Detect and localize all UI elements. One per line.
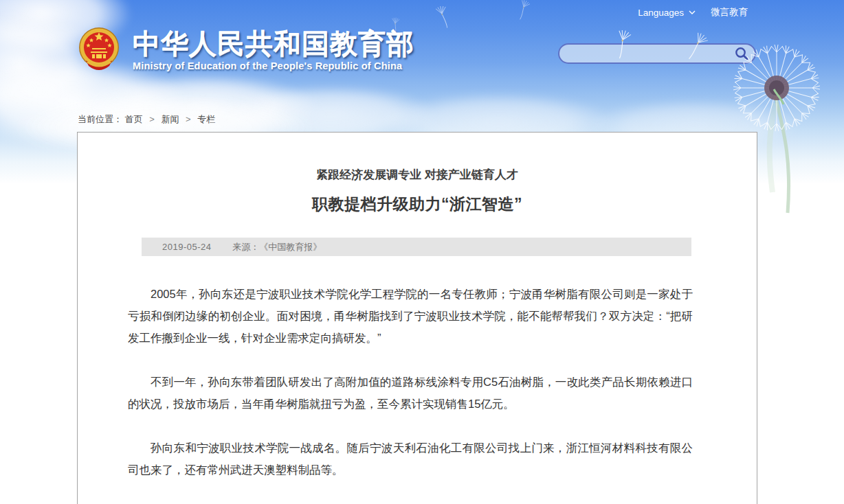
article-source-name: 《中国教育报》 (259, 242, 322, 252)
national-emblem-icon (78, 26, 120, 73)
article-paragraph: 2005年，孙向东还是宁波职业技术学院化学工程学院的一名专任教师；宁波甬华树脂有… (128, 283, 693, 349)
search-icon (734, 46, 749, 61)
breadcrumb: 当前位置： 首页 > 新闻 > 专栏 (78, 113, 215, 126)
search-box (558, 43, 756, 64)
article-paragraph: 孙向东和宁波职业技术学院一战成名。随后宁波天利石油化工有限公司找上门来，浙江恒河… (128, 437, 693, 481)
article-title: 职教提档升级助力“浙江智造” (78, 194, 757, 214)
breadcrumb-separator: > (149, 114, 155, 124)
breadcrumb-news[interactable]: 新闻 (161, 114, 179, 124)
site-logo[interactable]: 中华人民共和国教育部 Ministry of Education of the … (78, 26, 414, 73)
weiyan-edu-link[interactable]: 微言教育 (711, 6, 748, 19)
breadcrumb-column[interactable]: 专栏 (197, 114, 215, 124)
article-meta-bar: 2019-05-24 来源：《中国教育报》 (142, 238, 691, 256)
breadcrumb-label: 当前位置： (78, 114, 122, 124)
article-source-label: 来源： (232, 242, 259, 252)
article-source: 来源：《中国教育报》 (232, 242, 322, 252)
languages-menu[interactable]: Languages (638, 8, 696, 18)
site-title-en: Ministry of Education of the People's Re… (133, 60, 414, 71)
page-root: Languages 微言教育 (0, 0, 844, 504)
search-input[interactable] (559, 45, 731, 62)
article-body: 2005年，孙向东还是宁波职业技术学院化学工程学院的一名专任教师；宁波甬华树脂有… (78, 283, 757, 504)
article-paragraph: 不到一年，孙向东带着团队研发出了高附加值的道路标线涂料专用C5石油树脂，一改此类… (128, 371, 693, 415)
article-date: 2019-05-24 (162, 242, 212, 252)
search-button[interactable] (731, 45, 752, 62)
breadcrumb-separator: > (186, 114, 191, 124)
languages-label: Languages (638, 8, 684, 18)
article-kicker: 紧跟经济发展调专业 对接产业链育人才 (78, 168, 757, 182)
breadcrumb-home[interactable]: 首页 (125, 114, 143, 124)
topbar: Languages 微言教育 (638, 6, 748, 19)
chevron-down-icon (689, 10, 696, 14)
site-title-zh: 中华人民共和国教育部 (133, 27, 414, 59)
brand-text: 中华人民共和国教育部 Ministry of Education of the … (133, 26, 414, 73)
article-panel: 紧跟经济发展调专业 对接产业链育人才 职教提档升级助力“浙江智造” 2019-0… (77, 132, 757, 504)
